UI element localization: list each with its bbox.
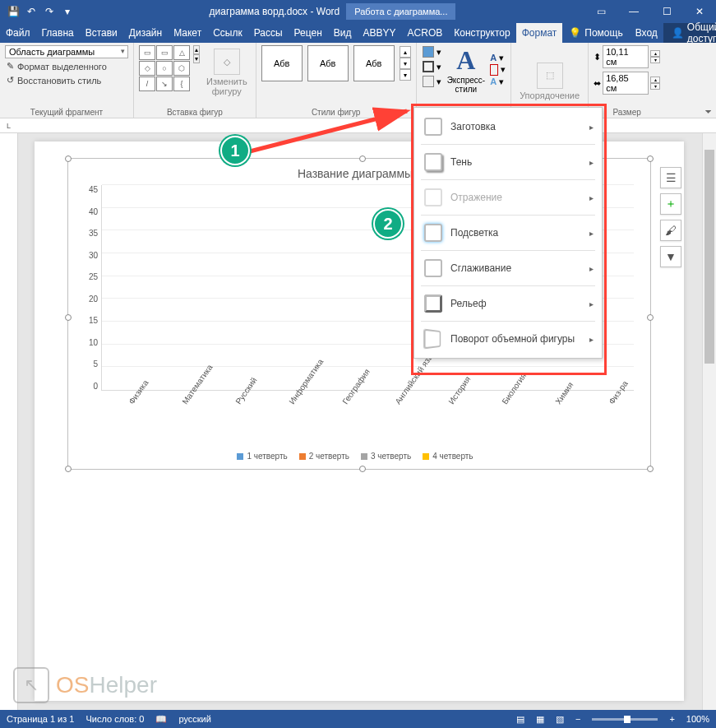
language-indicator[interactable]: русский bbox=[178, 714, 210, 724]
tab-design[interactable]: Дизайн bbox=[123, 23, 168, 43]
shape-fill-button[interactable]: ▾ bbox=[422, 45, 442, 58]
undo-icon[interactable]: ↶ bbox=[25, 5, 38, 18]
annotation-marker-2: 2 bbox=[373, 209, 403, 239]
width-input[interactable]: 16,85 см bbox=[603, 72, 649, 95]
format-selection-button[interactable]: ✎ Формат выделенного bbox=[5, 60, 128, 72]
change-shape-icon: ◇ bbox=[214, 49, 240, 75]
tab-acrobat[interactable]: ACROB bbox=[402, 23, 449, 43]
change-shape-button: ◇ Изменить фигуру bbox=[203, 45, 251, 100]
ribbon-tabs: Файл Главна Встави Дизайн Макет Ссылк Ра… bbox=[0, 23, 716, 43]
effects-shadow[interactable]: Тень▸ bbox=[414, 146, 602, 178]
tab-mailings[interactable]: Рассы bbox=[248, 23, 289, 43]
close-icon[interactable]: ✕ bbox=[683, 0, 716, 23]
effects-glow[interactable]: Подсветка▸ bbox=[414, 217, 602, 248]
chart-elements-button[interactable]: ＋ bbox=[660, 193, 681, 215]
save-icon[interactable]: 💾 bbox=[7, 5, 20, 18]
zoom-in-icon[interactable]: + bbox=[669, 714, 674, 724]
text-fill-button[interactable]: A▾ bbox=[490, 53, 506, 63]
effects-preset[interactable]: Заготовка▸ bbox=[414, 111, 602, 142]
style-nav-down[interactable]: ▾ bbox=[400, 58, 411, 69]
maximize-icon[interactable]: ☐ bbox=[650, 0, 683, 23]
style-nav-up[interactable]: ▴ bbox=[400, 46, 411, 58]
tab-references[interactable]: Ссылк bbox=[207, 23, 248, 43]
chart-styles-button[interactable]: 🖌 bbox=[660, 220, 681, 241]
quick-access-toolbar: 💾 ↶ ↷ ▾ bbox=[0, 5, 81, 18]
tab-review[interactable]: Рецен bbox=[289, 23, 328, 43]
shape-effects-menu: Заготовка▸ Тень▸ Отражение▸ Подсветка▸ С… bbox=[413, 107, 603, 359]
effects-bevel[interactable]: Рельеф▸ bbox=[414, 288, 602, 319]
effects-3d-rotation[interactable]: Поворот объемной фигуры▸ bbox=[414, 323, 602, 355]
collapse-ribbon-icon[interactable]: ⏷ bbox=[704, 107, 713, 116]
annotation-arrow bbox=[238, 107, 419, 165]
tab-file[interactable]: Файл bbox=[0, 23, 36, 43]
group-label: Текущий фрагмент bbox=[5, 106, 128, 117]
text-outline-button[interactable]: A▾ bbox=[490, 64, 506, 76]
height-input[interactable]: 10,11 см bbox=[603, 45, 649, 68]
wordart-gallery-icon[interactable]: A bbox=[456, 45, 475, 76]
group-label: Вставка фигур bbox=[139, 106, 251, 117]
chart-layout-button[interactable]: ☰ bbox=[660, 167, 681, 188]
group-current-selection: Область диаграммы ✎ Формат выделенного ↺… bbox=[0, 43, 134, 118]
zoom-level[interactable]: 100% bbox=[686, 714, 709, 724]
height-icon: ⬍ bbox=[594, 52, 601, 63]
tab-home[interactable]: Главна bbox=[36, 23, 80, 43]
watermark: ↖ OSHelper bbox=[13, 667, 157, 703]
document-title: диаграмма ворд.docx - Word bbox=[210, 6, 340, 17]
svg-line-0 bbox=[247, 111, 407, 152]
chart-y-axis: 051015202530354045 bbox=[76, 185, 101, 391]
qat-more-icon[interactable]: ▾ bbox=[61, 5, 74, 18]
shape-effects-button[interactable]: ▾ bbox=[422, 75, 442, 88]
context-tab-title: Работа с диаграмма... bbox=[346, 3, 455, 20]
redo-icon[interactable]: ↷ bbox=[43, 5, 56, 18]
vertical-scrollbar[interactable] bbox=[702, 133, 716, 710]
tab-format[interactable]: Формат bbox=[516, 23, 563, 43]
share-button[interactable]: 👤 Общий доступ bbox=[663, 23, 716, 43]
zoom-slider[interactable] bbox=[592, 718, 658, 721]
chart-filter-button[interactable]: ▼ bbox=[660, 246, 681, 267]
arrange-icon: ⬚ bbox=[537, 63, 563, 89]
chart-x-axis: ФизикаМатематикаРусскийИнформатикаГеогра… bbox=[76, 394, 634, 435]
vertical-ruler[interactable] bbox=[0, 133, 18, 710]
tab-abbyy[interactable]: ABBYY bbox=[358, 23, 402, 43]
shape-style-preset[interactable]: Абв bbox=[307, 45, 349, 81]
window-controls: ▭ — ☐ ✕ bbox=[584, 0, 716, 23]
chart-side-buttons: ☰ ＋ 🖌 ▼ bbox=[660, 167, 681, 267]
read-mode-icon[interactable]: ▤ bbox=[516, 714, 524, 725]
document-area: Название диаграммы 051015202530354045 Фи… bbox=[0, 133, 716, 710]
tab-view[interactable]: Вид bbox=[328, 23, 358, 43]
watermark-icon: ↖ bbox=[13, 667, 49, 703]
tab-insert[interactable]: Встави bbox=[80, 23, 123, 43]
tab-layout[interactable]: Макет bbox=[168, 23, 207, 43]
minimize-icon[interactable]: — bbox=[617, 0, 650, 23]
arrange-button[interactable]: ⬚ Упорядочение bbox=[516, 59, 583, 104]
print-layout-icon[interactable]: ▦ bbox=[536, 714, 544, 725]
shape-style-preset[interactable]: Абв bbox=[353, 45, 395, 81]
status-bar: Страница 1 из 1 Число слов: 0 📖 русский … bbox=[0, 710, 716, 728]
shape-outline-button[interactable]: ▾ bbox=[422, 60, 442, 73]
sign-in[interactable]: Вход bbox=[630, 23, 663, 43]
annotation-marker-1: 1 bbox=[220, 136, 250, 165]
scrollbar-thumb[interactable] bbox=[704, 150, 714, 364]
title-bar: 💾 ↶ ↷ ▾ диаграмма ворд.docx - Word Работ… bbox=[0, 0, 716, 23]
web-layout-icon[interactable]: ▧ bbox=[556, 714, 564, 725]
reset-style-button[interactable]: ↺ Восстановить стиль bbox=[5, 74, 128, 86]
text-effects-button[interactable]: A▾ bbox=[490, 77, 506, 87]
chart-legend[interactable]: 1 четверть2 четверть3 четверть4 четверть bbox=[76, 452, 634, 461]
ribbon-options-icon[interactable]: ▭ bbox=[584, 0, 617, 23]
tell-me[interactable]: 💡 Помощь bbox=[562, 23, 629, 43]
zoom-out-icon[interactable]: − bbox=[575, 714, 580, 724]
group-label: Размер bbox=[594, 106, 660, 117]
effects-soft-edges[interactable]: Сглаживание▸ bbox=[414, 253, 602, 284]
shape-gallery[interactable]: ▭▭△ ◇○⬡ /↘{ bbox=[139, 45, 190, 91]
page-indicator[interactable]: Страница 1 из 1 bbox=[7, 714, 74, 724]
shape-style-preset[interactable]: Абв bbox=[261, 45, 303, 81]
style-nav-more[interactable]: ▾ bbox=[400, 69, 411, 81]
spell-check-icon[interactable]: 📖 bbox=[155, 714, 167, 725]
tab-constructor[interactable]: Конструктор bbox=[448, 23, 515, 43]
effects-reflection[interactable]: Отражение▸ bbox=[414, 182, 602, 213]
word-count[interactable]: Число слов: 0 bbox=[85, 714, 144, 724]
width-icon: ⬌ bbox=[594, 78, 601, 89]
chart-element-selector[interactable]: Область диаграммы bbox=[5, 45, 128, 58]
